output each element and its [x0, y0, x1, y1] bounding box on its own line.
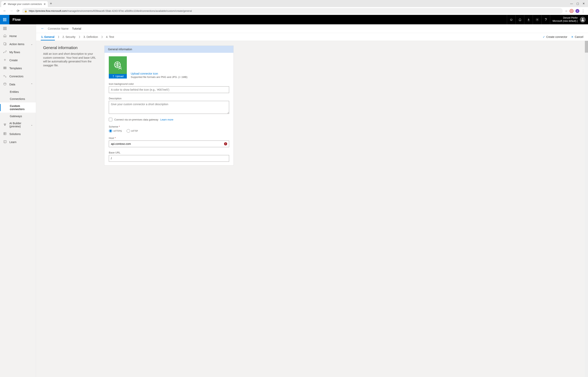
download-button[interactable] [524, 15, 533, 24]
wizard-step-1[interactable]: 1. General [41, 33, 55, 40]
wizard-step-2[interactable]: 2. Security [62, 33, 76, 40]
svg-rect-6 [3, 20, 4, 21]
sidebar-item-ai-builder-preview-[interactable]: AI Builder (preview)⌄ [0, 120, 36, 130]
download-icon [527, 18, 530, 21]
browser-menu-icon[interactable]: ⋮ [581, 9, 585, 13]
cancel-label: Cancel [575, 35, 583, 38]
sidebar-item-create[interactable]: Create [0, 56, 36, 64]
back-arrow-button[interactable]: ← [41, 26, 44, 31]
new-tab-button[interactable]: + [48, 1, 54, 6]
sidebar-item-data[interactable]: Data⌃ [0, 80, 36, 88]
gateway-label: Connect via on-premises data gateway [114, 118, 158, 121]
url-path: /manage/environments/839eace6-59ab-4243-… [67, 9, 192, 12]
upload-arrow-icon: ⭱ [112, 75, 115, 78]
upload-icon-button[interactable]: ⭱ Upload [109, 74, 127, 79]
wizard-step-3[interactable]: 3. Definition [83, 33, 98, 40]
nav-icon [3, 74, 7, 78]
sidebar-item-connectors[interactable]: Connectors [0, 72, 36, 80]
extension-icon[interactable] [570, 9, 574, 13]
sidebar-item-action-items[interactable]: Action items⌄ [0, 40, 36, 48]
page-description: Add an icon and short description to you… [43, 52, 98, 67]
settings-button[interactable] [533, 15, 541, 24]
notifications-button[interactable] [515, 15, 524, 24]
crumb-value: Tutorial [72, 27, 81, 30]
upload-icon-link[interactable]: Upload connector icon [131, 72, 187, 75]
user-avatar-icon [580, 17, 586, 23]
minimize-icon[interactable]: — [570, 2, 573, 5]
sidebar-item-solutions[interactable]: Solutions [0, 130, 36, 138]
svg-rect-5 [5, 19, 6, 20]
svg-rect-1 [4, 18, 5, 19]
app-name[interactable]: Flow [9, 18, 24, 22]
sidebar-item-learn[interactable]: Learn [0, 138, 36, 146]
lock-icon: 🔒 [24, 10, 27, 12]
sidebar-item-custom-connectors[interactable]: Custom connectors [0, 102, 36, 113]
address-bar[interactable]: 🔒 https://preview.flow.microsoft.com/man… [22, 8, 563, 14]
browser-toolbar: ← → ⟳ 🔒 https://preview.flow.microsoft.c… [0, 7, 588, 15]
scheme-http-radio[interactable] [127, 129, 130, 133]
tab-close-icon[interactable]: ✕ [44, 2, 46, 6]
nav-icon [3, 50, 7, 54]
nav-label: Action items [9, 43, 24, 46]
nav-icon [3, 123, 7, 127]
svg-point-10 [582, 18, 584, 20]
back-button[interactable]: ← [2, 8, 7, 14]
sidebar-item-templates[interactable]: Templates [0, 64, 36, 72]
reload-button[interactable]: ⟳ [15, 8, 21, 14]
baseurl-input[interactable] [109, 155, 229, 162]
connector-icon-preview: ⭱ Upload [109, 56, 127, 79]
nav-label: Connections [10, 97, 25, 100]
baseurl-label: Base URL [109, 151, 229, 154]
feedback-button[interactable]: ☺ [507, 15, 515, 24]
browser-tab-strip: Manage your custom connectors ✕ + — ▢ ✕ [0, 0, 588, 7]
chevron-right-icon: ❯ [78, 35, 80, 38]
scheme-http-label: HTTP [131, 130, 138, 132]
wizard-step-4[interactable]: 4. Test [106, 33, 114, 40]
svg-rect-21 [4, 132, 6, 135]
upload-hint: Supported file formats are PNG and JPG. … [131, 76, 187, 79]
svg-point-18 [4, 123, 5, 124]
page-title: General information [43, 46, 98, 50]
create-connector-button[interactable]: ✓ Create connector [543, 35, 567, 38]
svg-point-9 [537, 19, 538, 20]
scheme-https-option[interactable]: HTTPS [109, 129, 122, 133]
sidebar-item-my-flows[interactable]: My flows [0, 48, 36, 56]
nav-icon [3, 132, 7, 136]
description-input[interactable] [109, 101, 229, 114]
maximize-icon[interactable]: ▢ [577, 2, 579, 5]
nav-label: Custom connectors [10, 104, 33, 111]
sidebar-item-entities[interactable]: Entities [0, 88, 36, 95]
content-scroll[interactable]: General information Add an icon and shor… [36, 41, 588, 377]
app-launcher-button[interactable] [0, 15, 9, 24]
svg-rect-14 [3, 67, 5, 68]
sidebar-item-connections[interactable]: Connections [0, 95, 36, 102]
description-label: Description [109, 97, 229, 100]
browser-tab[interactable]: Manage your custom connectors ✕ [1, 1, 48, 7]
scheme-http-option[interactable]: HTTP [127, 129, 138, 133]
close-window-icon[interactable]: ✕ [583, 2, 585, 5]
cancel-button[interactable]: ✕ Cancel [571, 35, 583, 38]
breadcrumb: ← Connector Name Tutorial [36, 24, 588, 33]
window-controls: — ▢ ✕ [570, 2, 587, 5]
url-host: preview.flow.microsoft.com [36, 9, 67, 12]
nav-icon [3, 140, 7, 144]
scheme-https-radio[interactable] [109, 129, 112, 133]
hamburger-icon [3, 27, 7, 30]
svg-rect-3 [3, 19, 4, 20]
help-button[interactable]: ? [541, 15, 550, 24]
host-input[interactable] [109, 141, 229, 147]
gateway-checkbox[interactable] [109, 118, 112, 121]
scrollbar[interactable] [585, 41, 588, 377]
app-bar: Flow ☺ ? Denzel Pfeifer Microsoft (new d… [0, 15, 588, 24]
bookmark-star-icon[interactable]: ☆ [565, 9, 568, 12]
left-info-pane: General information Add an icon and shor… [43, 46, 98, 67]
sidebar-item-home[interactable]: Home [0, 32, 36, 40]
svg-point-19 [5, 123, 6, 124]
user-account-button[interactable]: Denzel Pfeifer Microsoft (new default) ( [550, 15, 588, 24]
sidebar-item-gateways[interactable]: Gateways [0, 113, 36, 120]
learn-more-link[interactable]: Learn more [160, 118, 173, 121]
forward-button[interactable]: → [9, 8, 14, 14]
collapse-nav-button[interactable] [0, 25, 36, 32]
browser-profile-avatar[interactable]: d [576, 9, 579, 13]
bg-color-input[interactable] [109, 86, 229, 93]
